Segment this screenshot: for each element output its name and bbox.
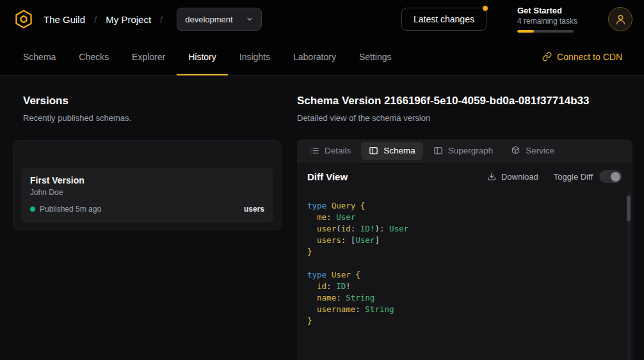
primary-nav: SchemaChecksExplorerHistoryInsightsLabor… bbox=[0, 38, 644, 75]
person-icon bbox=[615, 13, 627, 26]
columns-icon bbox=[433, 146, 443, 155]
version-status-row: Published 5m ago users bbox=[30, 205, 264, 214]
latest-changes-button[interactable]: Latest changes bbox=[401, 8, 487, 31]
breadcrumb: The Guild / My Project / development bbox=[13, 8, 262, 31]
tab-schema-label: Schema bbox=[383, 146, 415, 155]
detail-tabbar: Details Schema bbox=[297, 139, 632, 162]
diff-view-header: Diff View Download Toggle Diff bbox=[297, 162, 632, 191]
nav-tab-history[interactable]: History bbox=[177, 38, 228, 75]
connect-cdn-label: Connect to CDN bbox=[557, 52, 622, 62]
nav-tabs: SchemaChecksExplorerHistoryInsightsLabor… bbox=[12, 38, 403, 75]
tab-details[interactable]: Details bbox=[302, 142, 358, 160]
version-list-item[interactable]: First Version John Doe Published 5m ago … bbox=[21, 168, 273, 223]
nav-tab-insights[interactable]: Insights bbox=[228, 38, 282, 75]
diff-view-title: Diff View bbox=[307, 171, 348, 182]
cube-icon bbox=[511, 146, 520, 155]
diff-actions: Download Toggle Diff bbox=[487, 170, 622, 183]
app-root: The Guild / My Project / development Lat… bbox=[0, 0, 644, 360]
notification-dot bbox=[483, 6, 488, 11]
org-link[interactable]: The Guild bbox=[44, 14, 85, 25]
tab-details-label: Details bbox=[325, 146, 351, 155]
sdl-code-viewer[interactable]: type Query { me: User user(id: ID!): Use… bbox=[297, 191, 632, 360]
version-status: Published 5m ago bbox=[40, 205, 101, 214]
tab-schema[interactable]: Schema bbox=[361, 142, 423, 160]
schema-detail-card: Details Schema bbox=[297, 139, 632, 360]
main-content: Versions Recently published schemas. Fir… bbox=[0, 75, 644, 360]
topbar-right: Latest changes Get Started 4 remaining t… bbox=[401, 6, 632, 33]
nav-tab-laboratory[interactable]: Laboratory bbox=[282, 38, 348, 75]
download-icon bbox=[487, 172, 496, 181]
toggle-diff-group: Toggle Diff bbox=[554, 170, 622, 183]
tab-service[interactable]: Service bbox=[503, 142, 562, 160]
nav-tab-checks[interactable]: Checks bbox=[67, 38, 120, 75]
scrollbar-thumb[interactable] bbox=[627, 196, 631, 221]
nav-tab-schema[interactable]: Schema bbox=[12, 38, 67, 75]
schema-version-subtitle: Detailed view of the schema version bbox=[297, 113, 632, 123]
get-started-title: Get Started bbox=[517, 6, 577, 15]
versions-card: First Version John Doe Published 5m ago … bbox=[13, 140, 282, 230]
link-icon bbox=[542, 52, 552, 61]
version-name: First Version bbox=[30, 175, 264, 185]
breadcrumb-separator: / bbox=[160, 14, 163, 25]
user-avatar[interactable] bbox=[608, 7, 632, 31]
version-service-badge: users bbox=[244, 205, 264, 214]
latest-changes-label: Latest changes bbox=[414, 14, 474, 24]
schema-version-panel: Schema Version 2166196f-5e10-4059-bd0a-0… bbox=[297, 95, 632, 360]
tab-supergraph-label: Supergraph bbox=[448, 146, 494, 155]
versions-title: Versions bbox=[23, 95, 282, 107]
target-selector[interactable]: development bbox=[177, 8, 261, 31]
list-icon bbox=[310, 146, 319, 155]
schema-version-title: Schema Version 2166196f-5e10-4059-bd0a-0… bbox=[297, 95, 632, 107]
code-scrollbar bbox=[627, 192, 631, 360]
toggle-diff-switch[interactable] bbox=[599, 170, 622, 183]
versions-panel: Versions Recently published schemas. Fir… bbox=[13, 95, 282, 360]
get-started-progressbar bbox=[517, 30, 574, 33]
nav-tab-settings[interactable]: Settings bbox=[348, 38, 403, 75]
connect-cdn-link[interactable]: Connect to CDN bbox=[542, 38, 622, 75]
download-label: Download bbox=[501, 172, 538, 182]
project-link[interactable]: My Project bbox=[106, 14, 151, 25]
tab-supergraph[interactable]: Supergraph bbox=[426, 142, 501, 160]
get-started-widget[interactable]: Get Started 4 remaining tasks bbox=[517, 6, 577, 33]
target-selector-value: development bbox=[185, 15, 232, 24]
version-author: John Doe bbox=[30, 188, 264, 197]
download-button[interactable]: Download bbox=[487, 172, 538, 182]
hive-logo-icon[interactable] bbox=[13, 8, 35, 30]
breadcrumb-separator: / bbox=[94, 14, 97, 25]
get-started-subtitle: 4 remaining tasks bbox=[517, 17, 577, 26]
top-bar: The Guild / My Project / development Lat… bbox=[0, 0, 644, 38]
versions-subtitle: Recently published schemas. bbox=[23, 113, 282, 123]
chevron-down-icon bbox=[246, 15, 254, 23]
published-dot-icon bbox=[30, 207, 35, 212]
toggle-knob bbox=[611, 172, 620, 182]
progress-fill bbox=[517, 30, 534, 33]
toggle-diff-label: Toggle Diff bbox=[554, 172, 593, 182]
code-block: type Query { me: User user(id: ID!): Use… bbox=[307, 200, 617, 327]
columns-icon bbox=[369, 146, 378, 155]
nav-tab-explorer[interactable]: Explorer bbox=[120, 38, 177, 75]
tab-service-label: Service bbox=[526, 146, 554, 155]
